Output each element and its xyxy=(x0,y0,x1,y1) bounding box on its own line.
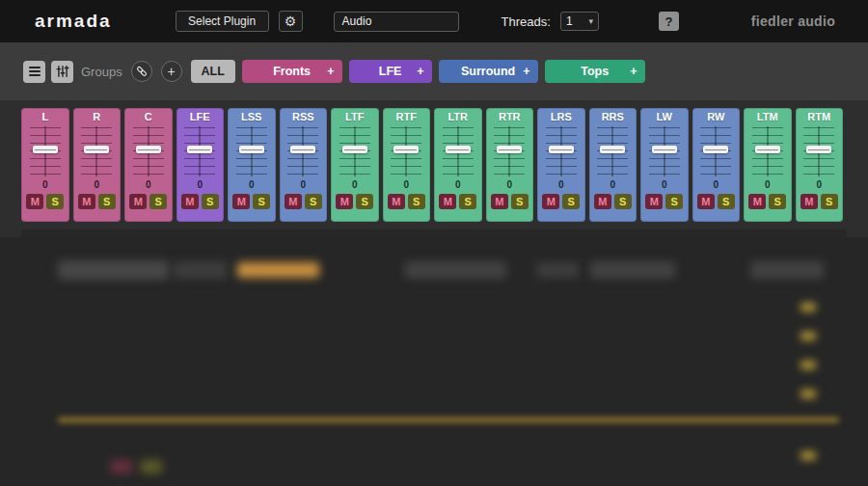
topbar: armada Select Plugin ⚙ Audio Threads: 1 … xyxy=(0,0,868,42)
channel-fader[interactable] xyxy=(232,125,271,177)
threads-select[interactable]: 1 ▾ xyxy=(560,12,599,31)
group-all-button[interactable]: ALL xyxy=(191,60,235,83)
mute-button[interactable]: M xyxy=(439,194,456,209)
fader-handle[interactable] xyxy=(446,146,471,153)
mute-button[interactable]: M xyxy=(232,194,250,209)
channel-label: LTF xyxy=(345,110,364,124)
solo-button[interactable]: S xyxy=(98,194,116,209)
fader-handle[interactable] xyxy=(600,146,625,153)
fader-handle[interactable] xyxy=(187,146,212,153)
solo-button[interactable]: S xyxy=(821,194,838,209)
solo-button[interactable]: S xyxy=(149,194,167,209)
channel-fader[interactable] xyxy=(284,125,322,177)
channel-fader[interactable] xyxy=(593,125,632,177)
fader-handle[interactable] xyxy=(549,146,574,153)
blurred-plugin-title xyxy=(237,262,319,278)
group-add-icon[interactable]: + xyxy=(417,65,423,78)
solo-button[interactable]: S xyxy=(665,194,683,209)
mute-button[interactable]: M xyxy=(26,194,43,209)
mute-button[interactable]: M xyxy=(285,194,302,209)
fader-handle[interactable] xyxy=(393,146,419,153)
solo-button[interactable]: S xyxy=(408,194,425,209)
channel-label: RSS xyxy=(292,110,314,124)
mute-button[interactable]: M xyxy=(748,194,766,209)
channel-fader[interactable] xyxy=(800,125,838,177)
group-add-icon[interactable]: + xyxy=(630,65,637,78)
link-button[interactable] xyxy=(131,61,152,82)
audio-field[interactable]: Audio xyxy=(334,12,459,32)
mute-button[interactable]: M xyxy=(181,194,199,209)
fader-handle[interactable] xyxy=(755,146,780,153)
fader-handle[interactable] xyxy=(136,146,161,153)
mute-button[interactable]: M xyxy=(78,194,95,209)
channel-fader[interactable] xyxy=(180,125,219,177)
fader-handle[interactable] xyxy=(806,146,831,153)
group-chip[interactable]: LFE + xyxy=(349,60,432,83)
group-chip[interactable]: Surround + xyxy=(439,60,538,83)
mute-solo-row: M S xyxy=(336,194,373,209)
channel-fader[interactable] xyxy=(490,125,529,177)
mute-button[interactable]: M xyxy=(491,194,508,209)
threads-label: Threads: xyxy=(502,14,551,29)
fader-handle[interactable] xyxy=(703,146,728,153)
group-chip[interactable]: Tops + xyxy=(545,60,645,83)
mute-button[interactable]: M xyxy=(129,194,147,209)
mute-button[interactable]: M xyxy=(594,194,611,209)
help-button[interactable]: ? xyxy=(659,12,679,31)
fader-handle[interactable] xyxy=(239,146,264,153)
channel-fader[interactable] xyxy=(748,125,787,177)
channel-fader[interactable] xyxy=(645,125,684,177)
mute-button[interactable]: M xyxy=(542,194,559,209)
solo-button[interactable]: S xyxy=(718,194,735,209)
fader-handle[interactable] xyxy=(652,146,677,153)
solo-button[interactable]: S xyxy=(46,194,64,209)
mute-button[interactable]: M xyxy=(336,194,353,209)
solo-button[interactable]: S xyxy=(562,194,580,209)
fader-handle[interactable] xyxy=(342,146,367,153)
mixer-view-button[interactable] xyxy=(51,61,73,83)
blurred-shape xyxy=(405,261,506,279)
gear-icon: ⚙ xyxy=(285,14,297,28)
channel-strip: RTR 0 M S xyxy=(486,108,534,222)
mute-button[interactable]: M xyxy=(388,194,405,209)
channel-fader[interactable] xyxy=(336,125,374,177)
add-group-button[interactable]: + xyxy=(161,61,182,82)
solo-button[interactable]: S xyxy=(614,194,632,209)
mute-solo-row: M S xyxy=(78,194,116,209)
channel-fader[interactable] xyxy=(387,125,425,177)
link-icon xyxy=(135,65,149,78)
channel-value: 0 xyxy=(506,178,512,191)
mute-button[interactable]: M xyxy=(800,194,818,209)
mute-button[interactable]: M xyxy=(645,194,663,209)
channel-fader[interactable] xyxy=(696,125,735,177)
solo-button[interactable]: S xyxy=(253,194,270,209)
solo-button[interactable]: S xyxy=(202,194,219,209)
channel-fader[interactable] xyxy=(26,125,65,177)
channel-value: 0 xyxy=(42,178,48,191)
mute-button[interactable]: M xyxy=(697,194,715,209)
fader-handle[interactable] xyxy=(497,146,522,153)
solo-button[interactable]: S xyxy=(356,194,373,209)
settings-button[interactable]: ⚙ xyxy=(279,11,303,32)
solo-button[interactable]: S xyxy=(769,194,786,209)
channel-fader[interactable] xyxy=(129,125,168,177)
fader-handle[interactable] xyxy=(33,146,58,153)
fader-handle[interactable] xyxy=(290,146,315,153)
blurred-shape xyxy=(590,261,675,279)
solo-button[interactable]: S xyxy=(511,194,529,209)
group-chip[interactable]: Fronts + xyxy=(242,60,342,83)
channel-fader[interactable] xyxy=(439,125,477,177)
menu-button[interactable] xyxy=(23,61,45,83)
fader-handle[interactable] xyxy=(84,146,109,153)
select-plugin-button[interactable]: Select Plugin xyxy=(176,11,269,32)
blurred-shape xyxy=(536,262,579,278)
brand-text: fiedler audio xyxy=(751,14,835,29)
blurred-threshold-line xyxy=(58,418,839,422)
channel-fader[interactable] xyxy=(542,125,581,177)
solo-button[interactable]: S xyxy=(459,194,476,209)
channel-fader[interactable] xyxy=(77,125,116,177)
solo-button[interactable]: S xyxy=(305,194,322,209)
mute-solo-row: M S xyxy=(800,194,838,209)
group-add-icon[interactable]: + xyxy=(327,65,334,78)
group-add-icon[interactable]: + xyxy=(523,65,529,78)
